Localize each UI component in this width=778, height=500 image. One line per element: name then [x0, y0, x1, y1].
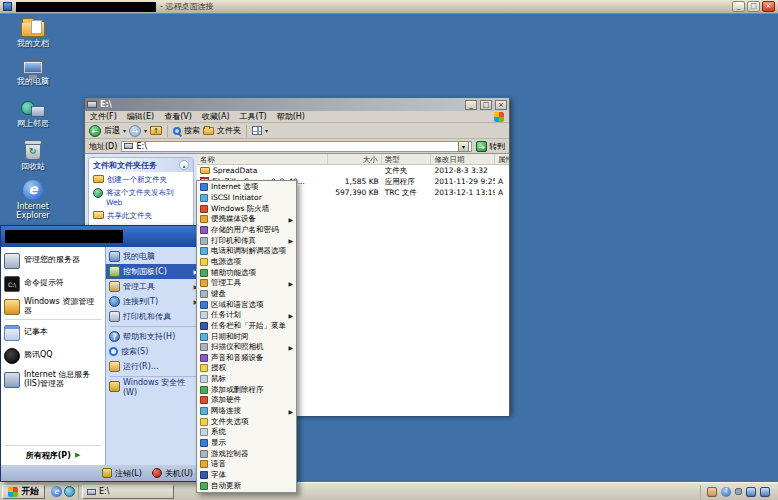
title-bar[interactable]: E:\ _ □ × [85, 98, 509, 111]
start-item-admin-tools[interactable]: 管理工具 ▶ [106, 279, 201, 294]
rdp-restore-button[interactable]: □ [747, 1, 760, 12]
shut-down-button[interactable]: 关机(U) [152, 468, 193, 479]
menu-help[interactable]: 帮助(H) [277, 111, 305, 122]
desktop-icon-my-computer[interactable]: 我的电脑 [2, 57, 64, 86]
menu-file[interactable]: 文件(F) [90, 111, 117, 122]
menu-item-phone-modem[interactable]: 电话和调制解调器选项 [198, 246, 295, 257]
menu-item-add-hardware[interactable]: 添加硬件 [198, 395, 295, 406]
start-item-command-prompt[interactable]: C:\ 命令提示符 [1, 272, 105, 295]
menu-item-windows-firewall[interactable]: Windows 防火墙 [198, 203, 295, 214]
menu-item-folder-options[interactable]: 文件夹选项 [198, 416, 295, 427]
address-input[interactable]: E:\ ▾ [121, 141, 472, 152]
back-dropdown-icon[interactable]: ▾ [123, 127, 126, 134]
menu-item-licensing[interactable]: 授权 [198, 363, 295, 374]
desktop-icon-internet-explorer[interactable]: e Internet Explorer [2, 180, 64, 220]
tray-status-icon[interactable] [735, 488, 742, 495]
menu-item-stored-credentials[interactable]: 存储的用户名和密码 [198, 225, 295, 236]
close-button[interactable]: × [495, 100, 507, 110]
desktop-icon-network-places[interactable]: 网上邻居 [2, 99, 64, 128]
menu-item-regional-language[interactable]: 区域和语言选项 [198, 299, 295, 310]
back-icon[interactable]: ← [89, 125, 101, 137]
menu-item-mouse[interactable]: 鼠标 [198, 374, 295, 385]
menu-item-taskbar-startmenu[interactable]: 任务栏和「开始」菜单 [198, 321, 295, 332]
menu-edit[interactable]: 编辑(E) [127, 111, 154, 122]
tray-help-icon[interactable]: ? [721, 487, 731, 497]
menu-item-network-connections[interactable]: 网络连接 ▶ [198, 406, 295, 417]
up-icon[interactable]: ↑ [150, 126, 162, 135]
desktop-icon-my-documents[interactable]: 我的文档 [2, 17, 64, 48]
task-publish-folder[interactable]: 将这个文件夹发布到 Web [93, 188, 190, 207]
start-item-run[interactable]: 运行(R)... [106, 359, 201, 374]
log-off-button[interactable]: 注销(L) [102, 468, 142, 479]
task-box-header[interactable]: 文件和文件夹任务 ▴ [89, 158, 193, 172]
tray-hand-icon[interactable] [707, 487, 717, 497]
tray-network-icon[interactable] [746, 487, 756, 497]
folders-icon[interactable] [203, 127, 214, 135]
start-item-search[interactable]: 搜索(S) [106, 344, 201, 359]
all-programs-button[interactable]: 所有程序(P) ▶ [1, 447, 105, 463]
folders-label[interactable]: 文件夹 [217, 125, 241, 136]
menu-favorites[interactable]: 收藏(A) [202, 111, 230, 122]
start-item-iis-manager[interactable]: Internet 信息服务(IIS)管理器 [1, 367, 105, 393]
back-label[interactable]: 后退 [104, 125, 120, 136]
start-item-help-support[interactable]: ? 帮助和支持(H) [106, 329, 201, 344]
menu-item-power-options[interactable]: 电源选项 [198, 257, 295, 268]
menu-item-date-time[interactable]: 日期和时间 [198, 331, 295, 342]
start-item-printers-faxes[interactable]: 打印机和传真 [106, 309, 201, 324]
start-item-control-panel[interactable]: 控制面板(C) ▶ [106, 264, 201, 279]
column-header-name[interactable]: 名称 [197, 154, 328, 164]
views-icon[interactable] [252, 126, 262, 135]
start-item-my-computer[interactable]: 我的电脑 [106, 249, 201, 264]
file-row[interactable]: SpreadData 文件夹 2012-8-3 3:32 [197, 165, 509, 176]
column-header-attr[interactable]: 属性 [495, 154, 509, 164]
forward-icon[interactable]: → [129, 125, 141, 137]
menu-item-speech[interactable]: 语音 [198, 459, 295, 470]
start-item-windows-security[interactable]: Windows 安全性(W) [106, 379, 201, 394]
start-item-windows-explorer[interactable]: Windows 资源管理器 [1, 295, 105, 318]
menu-item-display[interactable]: 显示 [198, 438, 295, 449]
menu-item-internet-options[interactable]: Internet 选项 [198, 182, 295, 193]
start-item-connect-to[interactable]: 连接到(T) ▶ [106, 294, 201, 309]
start-item-notepad[interactable]: 记事本 [1, 321, 105, 344]
column-header-size[interactable]: 大小 [328, 154, 382, 164]
minimize-button[interactable]: _ [465, 100, 477, 110]
menu-view[interactable]: 查看(V) [164, 111, 192, 122]
start-item-manage-server[interactable]: 管理您的服务器 [1, 249, 105, 272]
task-create-folder[interactable]: 创建一个新文件夹 [93, 175, 190, 184]
menu-item-admin-tools[interactable]: 管理工具 ▶ [198, 278, 295, 289]
menu-tools[interactable]: 工具(T) [240, 111, 267, 122]
rdp-minimize-button[interactable]: _ [732, 1, 745, 12]
rdp-connection-bar[interactable]: - 远程桌面连接 _ □ × [0, 0, 778, 14]
menu-item-scanners-cameras[interactable]: 扫描仪和照相机 ▶ [198, 342, 295, 353]
search-icon[interactable] [173, 127, 181, 135]
rdp-close-button[interactable]: × [762, 1, 775, 12]
menu-item-printers-faxes[interactable]: 打印机和传真 ▶ [198, 235, 295, 246]
start-button[interactable]: 开始 [2, 485, 45, 499]
tray-network-icon[interactable] [760, 487, 770, 497]
maximize-button[interactable]: □ [480, 100, 492, 110]
menu-item-portable-media[interactable]: 便携媒体设备 ▶ [198, 214, 295, 225]
menu-item-add-remove-programs[interactable]: 添加或删除程序 [198, 384, 295, 395]
task-share-folder[interactable]: 共享此文件夹 [93, 211, 190, 220]
views-dropdown-icon[interactable]: ▾ [265, 127, 268, 134]
ie-quick-launch-icon[interactable]: e [51, 486, 62, 497]
menu-item-game-controllers[interactable]: 游戏控制器 [198, 448, 295, 459]
menu-item-accessibility[interactable]: 辅助功能选项 [198, 267, 295, 278]
go-button[interactable]: → 转到 [476, 141, 505, 152]
menu-item-scheduled-tasks[interactable]: 任务计划 ▶ [198, 310, 295, 321]
menu-item-automatic-updates[interactable]: 自动更新 [198, 480, 295, 491]
quick-launch-icon[interactable] [64, 486, 75, 497]
start-item-qq[interactable]: 腾讯QQ [1, 344, 105, 367]
menu-item-fonts[interactable]: 字体 [198, 470, 295, 481]
menu-item-keyboard[interactable]: 键盘 [198, 289, 295, 300]
search-label[interactable]: 搜索 [184, 125, 200, 136]
menu-item-system[interactable]: 系统 [198, 427, 295, 438]
forward-dropdown-icon[interactable]: ▾ [144, 127, 147, 134]
desktop-icon-recycle-bin[interactable]: 回收站 [2, 140, 64, 171]
menu-item-sounds-audio[interactable]: 声音和音频设备 [198, 353, 295, 364]
column-header-type[interactable]: 类型 [382, 154, 432, 164]
address-dropdown-icon[interactable]: ▾ [458, 141, 469, 152]
column-header-modified[interactable]: 修改日期 [431, 154, 495, 164]
menu-item-iscsi-initiator[interactable]: iSCSI Initiator [198, 193, 295, 204]
chevron-up-icon[interactable]: ▴ [179, 160, 189, 170]
